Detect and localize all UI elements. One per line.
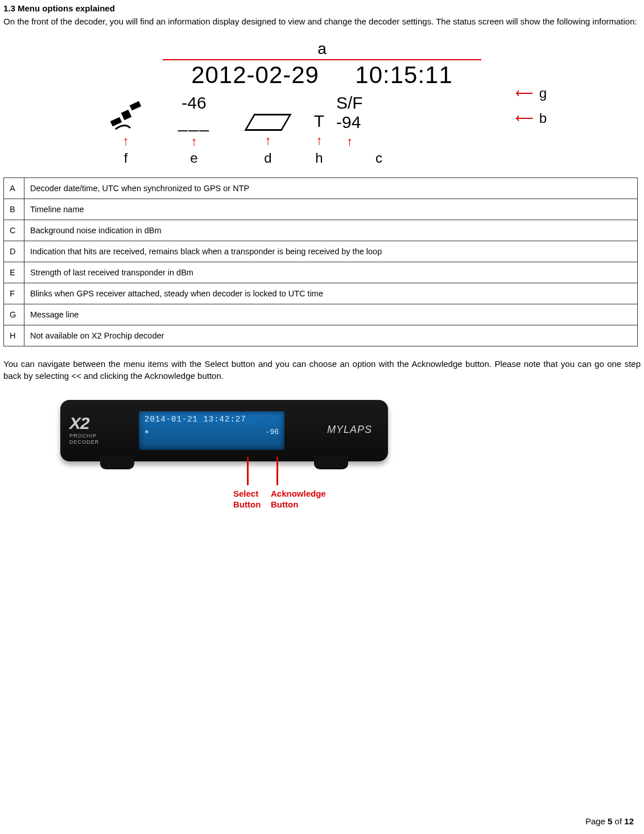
table-row: EStrength of last received transponder i… [4,262,638,283]
legend-table: ADecoder date/time, UTC when synchronize… [3,177,638,346]
strength-value: -46 [154,93,234,113]
svg-rect-0 [110,117,122,127]
page-footer: Page 5 of 12 [585,816,634,826]
status-time: 10:15:11 [355,61,453,88]
callout-c: c [336,150,404,166]
select-button-label: SelectButton [233,489,261,510]
legend-key: C [4,220,24,241]
arrow-up-icon: ↑ [97,135,154,147]
table-row: CBackground noise indication in dBm [4,220,638,241]
legend-description: Decoder date/time, UTC when synchronized… [24,178,638,199]
device-brand: MYLAPS [327,424,372,436]
decoder-device: X2 PROCHIP DECODER 2014-01-21 13:42:27 ✶… [60,400,388,461]
table-row: DIndication that hits are received, rema… [4,241,638,262]
legend-description: Not available on X2 Prochip decoder [24,325,638,346]
svg-rect-2 [121,110,132,121]
sf-label: S/F [336,93,404,113]
status-date: 2012-02-29 [191,61,319,88]
acknowledge-button-label: AcknowledgeButton [271,489,326,510]
section-heading: 1.3 Menu options explained [3,3,641,13]
legend-key: G [4,304,24,325]
arrow-up-icon: ↑ [346,135,404,148]
decoder-device-figure: X2 PROCHIP DECODER 2014-01-21 13:42:27 ✶… [60,400,413,461]
overline-a [163,59,481,60]
device-lcd-screen: 2014-01-21 13:42:27 ✶ -96 [139,411,284,450]
legend-description: Strength of last received transponder in… [24,262,638,283]
legend-key: D [4,241,24,262]
arrow-up-icon: ↑ [154,135,234,148]
callout-a: a [97,40,547,58]
table-row: GMessage line [4,304,638,325]
callout-e: e [154,150,234,166]
status-screen-diagram: a 2012-02-29 10:15:11 ⟵g ⟵b ↑ -46 ___ [97,40,547,166]
lcd-satellite-icon: ✶ [145,427,149,436]
legend-description: Message line [24,304,638,325]
legend-description: Timeline name [24,199,638,220]
legend-description: Indication that hits are received, remai… [24,241,638,262]
lcd-noise: -96 [266,428,279,436]
table-row: ADecoder date/time, UTC when synchronize… [4,178,638,199]
intro-paragraph: On the front of the decoder, you will fi… [3,15,641,27]
callout-h: h [302,150,336,166]
device-subtitle-2: DECODER [69,439,99,445]
device-subtitle-1: PROCHIP [69,433,99,439]
legend-key: F [4,283,24,304]
callout-d: d [234,150,302,166]
hit-indicator-box [244,114,291,131]
callout-f: f [97,150,154,166]
table-row: FBlinks when GPS receiver attached, stea… [4,283,638,304]
callout-line-acknowledge [276,457,278,485]
arrow-up-icon: ↑ [234,134,302,147]
status-datetime: 2012-02-29 10:15:11 [97,61,547,89]
legend-key: H [4,325,24,346]
device-model: X2 [69,414,99,433]
table-row: HNot available on X2 Prochip decoder [4,325,638,346]
legend-description: Blinks when GPS receiver attached, stead… [24,283,638,304]
callout-line-select [247,457,249,485]
strength-dash: ___ [154,113,234,132]
noise-value: -94 [336,113,404,132]
legend-key: E [4,262,24,283]
legend-description: Background noise indication in dBm [24,220,638,241]
legend-key: A [4,178,24,199]
legend-key: B [4,199,24,220]
lcd-datetime: 2014-01-21 13:42:27 [145,415,279,424]
svg-rect-1 [130,101,142,111]
gps-satellite-icon: ↑ [97,94,154,147]
arrow-up-icon: ↑ [302,134,336,147]
h-letter: T [302,112,336,131]
navigation-paragraph: You can navigate between the menu items … [3,358,641,382]
table-row: BTimeline name [4,199,638,220]
